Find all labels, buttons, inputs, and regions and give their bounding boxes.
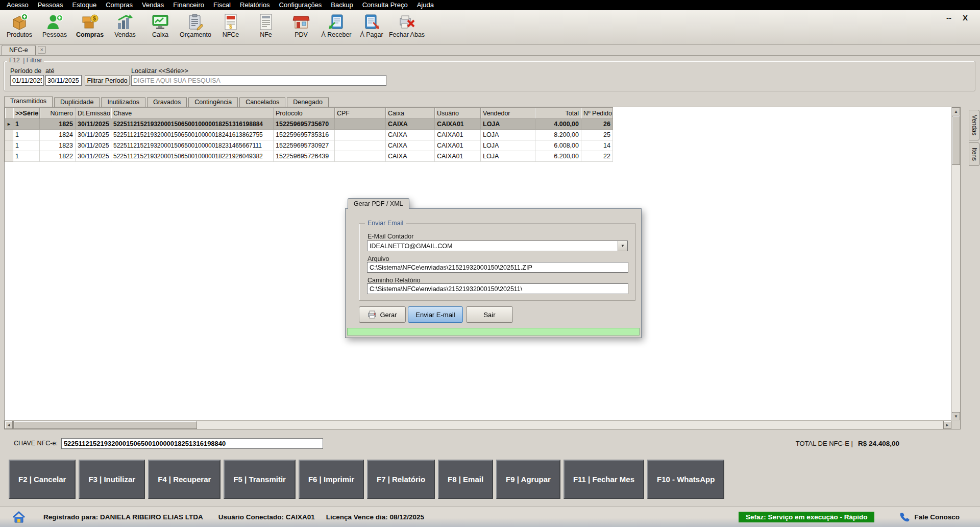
tab-close-icon[interactable]: × [38,46,46,54]
tab-nfce[interactable]: NFC-e [2,45,36,55]
total-nfce-label: TOTAL DE NFC-E | [796,440,853,447]
fkey-f5-transmitir[interactable]: F5 | Transmitir [224,460,296,499]
date-to-input[interactable] [45,75,82,86]
column-header-vendedor[interactable]: Vendedor [481,108,535,119]
column-header-caixa[interactable]: Caixa [386,108,435,119]
arquivo-input[interactable] [367,262,628,273]
toolbar-button-caixa[interactable]: Caixa [144,12,177,43]
menu-item-vendas[interactable]: Vendas [137,0,168,10]
tab-contingencia[interactable]: Contingência [188,97,238,107]
column-header-n-pedido[interactable]: Nº Pedido [581,108,613,119]
toolbar-button-fechar-abas[interactable]: Fechar Abas [390,12,423,43]
grid-cell: 5225112152193200015065001000001824161386… [111,130,274,140]
fkey-f9-agrupar[interactable]: F9 | Agrupar [496,460,560,499]
grid-cell: CAIXA [386,119,435,130]
fkey-f11-fechar-mes[interactable]: F11 | Fechar Mes [564,460,644,499]
grid-cell: CAIXA [386,140,435,151]
toolbar-label: Produtos [7,31,32,38]
toolbar-button-a-receber[interactable]: Á Receber [320,12,353,43]
toolbar-button-nfe[interactable]: NFe [250,12,282,43]
row-indicator-icon: ► [5,119,13,130]
column-header-numero[interactable]: Número [40,108,76,119]
fkey-f3-inutilizar[interactable]: F3 | Inutilizar [79,460,145,499]
menu-item-pessoas[interactable]: Pessoas [33,0,68,10]
toolbar-button-pessoas[interactable]: Pessoas [38,12,71,43]
grid-row[interactable]: 1182430/11/20255225112152193200015065001… [5,130,613,140]
fkey-f7-relatorio[interactable]: F7 | Relatório [367,460,435,499]
tab-gravados[interactable]: Gravados [147,97,187,107]
column-header-protocolo[interactable]: Protocolo [274,108,335,119]
side-tab-itens[interactable]: Itens [969,142,979,166]
menu-item-consulta-preco[interactable]: Consulta Preço [358,0,412,10]
menu-item-estoque[interactable]: Estoque [68,0,102,10]
toolbar-button-a-pagar[interactable]: Á Pagar [355,12,388,43]
toolbar-button-vendas[interactable]: Vendas [109,12,141,43]
fkey-f6-imprimir[interactable]: F6 | Imprimir [299,460,364,499]
horizontal-scrollbar[interactable]: ◄ ► [5,420,951,429]
menu-item-fiscal[interactable]: Fiscal [209,0,235,10]
menu-item-configuracoes[interactable]: Configurações [275,0,327,10]
menu-item-relatorios[interactable]: Relatórios [235,0,275,10]
cash-register-icon [152,13,169,31]
menu-item-financeiro[interactable]: Financeiro [168,0,209,10]
column-header-usuario[interactable]: Usuário [435,108,481,119]
fkey-f2-cancelar[interactable]: F2 | Cancelar [9,460,76,499]
search-input[interactable] [131,75,386,86]
date-from-input[interactable] [10,75,44,86]
toolbar-button-produtos[interactable]: Produtos [3,12,36,43]
tab-cancelados[interactable]: Cancelados [239,97,285,107]
chave-nfce-input[interactable] [61,438,323,449]
progress-bar [347,328,640,336]
home-icon[interactable] [12,511,26,523]
grid-row[interactable]: 1182330/11/20255225112152193200015065001… [5,140,613,151]
side-tab-vendas[interactable]: Vendas [969,110,979,140]
column-header-serie[interactable]: >>Série [13,108,40,119]
sair-button[interactable]: Sair [466,306,513,323]
column-header-total[interactable]: Total [535,108,581,119]
scroll-left-icon[interactable]: ◄ [5,421,13,429]
payable-icon [363,13,380,31]
toolbar-button-orcamento[interactable]: Orçamento [179,12,212,43]
localizar-label: Localizar <<Série>> [131,67,188,75]
fale-conosco[interactable]: Fale Conosco [899,512,960,523]
svg-text:$: $ [93,15,96,21]
grid-cell: 8.200,00 [535,130,581,140]
column-header-dt-emissao[interactable]: Dt.Emissão [76,108,111,119]
vertical-scrollbar[interactable]: ▲ ▼ [951,107,960,420]
fkey-f4-recuperar[interactable]: F4 | Recuperar [148,460,220,499]
gerar-button[interactable]: Gerar [359,306,406,323]
menu-item-acesso[interactable]: Acesso [2,0,33,10]
scroll-right-icon[interactable]: ► [943,421,951,429]
toolbar-label: PDV [295,31,308,38]
menu-item-backup[interactable]: Backup [326,0,357,10]
vertical-scroll-thumb[interactable] [952,116,960,165]
menu-item-ajuda[interactable]: Ajuda [412,0,438,10]
grid-row[interactable]: ►1182530/11/2025522511215219320001506500… [5,119,613,130]
toolbar-button-compras[interactable]: $Compras [74,12,106,43]
fkey-f8-email[interactable]: F8 | Email [438,460,493,499]
column-header-cpf[interactable]: CPF [335,108,386,119]
menu-item-compras[interactable]: Compras [101,0,137,10]
toolbar-button-nfce[interactable]: $NFCe [214,12,247,43]
column-header-chave[interactable]: Chave [111,108,274,119]
tab-inutilizados[interactable]: Inutilizados [101,97,145,107]
tab-denegado[interactable]: Denegado [287,97,329,107]
tab-transmitidos[interactable]: Transmitidos [4,96,53,107]
grid-row[interactable]: 1182230/11/20255225112152193200015065001… [5,151,613,162]
grid-cell: 1823 [40,140,76,151]
chevron-down-icon[interactable]: ▼ [618,241,627,251]
tab-duplicidade[interactable]: Duplicidade [54,97,100,107]
minimize-button[interactable]: -- [946,13,951,22]
enviar-email-button[interactable]: Enviar E-mail [408,306,463,323]
scroll-up-icon[interactable]: ▲ [952,107,960,115]
dialog-tab[interactable]: Gerar PDF / XML [348,198,409,209]
caminho-relatorio-input[interactable] [367,283,628,294]
filtrar-periodo-button[interactable]: Filtrar Período [85,75,130,86]
scroll-down-icon[interactable]: ▼ [952,412,960,420]
email-contador-combobox[interactable]: IDEALNETTO@GMAIL.COM ▼ [367,241,628,251]
close-button[interactable]: X [963,13,968,22]
fkey-f10-whatsapp[interactable]: F10 - WhatsApp [647,460,724,499]
toolbar-button-pdv[interactable]: PDV [285,12,317,43]
grid-cell: 1822 [40,151,76,162]
horizontal-scroll-thumb[interactable] [13,421,197,429]
